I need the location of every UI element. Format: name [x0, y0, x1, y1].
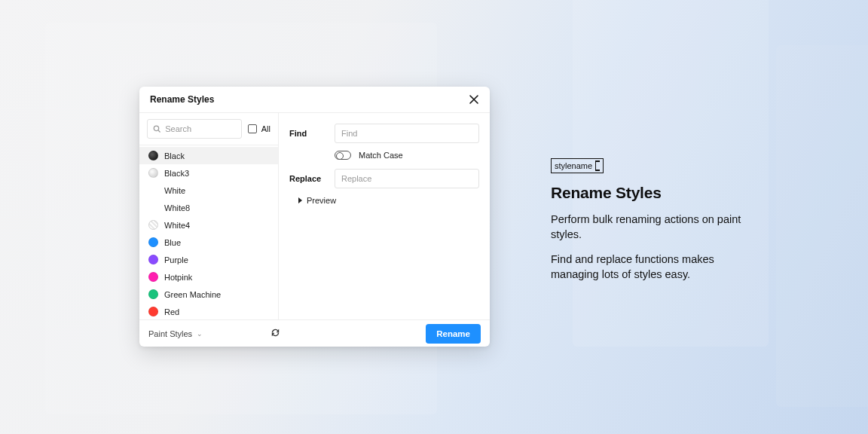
color-swatch — [148, 307, 158, 316]
match-case-toggle[interactable] — [335, 151, 351, 160]
style-item-label: White4 — [164, 221, 190, 230]
style-item[interactable]: Hotpink — [139, 268, 278, 286]
rename-styles-modal: Rename Styles All BlackBlack3WhiteWhite8… — [139, 87, 490, 347]
color-swatch — [148, 185, 158, 195]
style-item[interactable]: Purple — [139, 251, 278, 268]
style-item-label: Blue — [164, 238, 181, 247]
style-item[interactable]: Black — [139, 147, 278, 164]
match-case-label: Match Case — [359, 151, 403, 160]
style-item-label: Purple — [164, 255, 188, 264]
style-item-label: Black — [164, 151, 185, 160]
search-input[interactable] — [165, 124, 236, 133]
color-swatch — [148, 151, 158, 160]
select-all-checkbox[interactable]: All — [248, 124, 270, 133]
replace-input[interactable] — [335, 169, 479, 188]
color-swatch — [148, 220, 158, 230]
scope-dropdown-label: Paint Styles — [148, 329, 192, 338]
find-input[interactable] — [335, 124, 479, 143]
marketing-block: stylename Rename Styles Perform bulk ren… — [551, 158, 762, 292]
style-item-label: White8 — [164, 203, 190, 212]
find-label: Find — [289, 129, 326, 138]
stylename-badge: stylename — [551, 158, 604, 173]
marketing-headline: Rename Styles — [551, 184, 762, 202]
search-input-wrap[interactable] — [147, 119, 242, 139]
color-swatch — [148, 272, 158, 282]
rename-form: Find Match Case Replace Preview — [279, 113, 490, 319]
style-item[interactable]: Blue — [139, 234, 278, 251]
style-item-label: Green Machine — [164, 290, 221, 299]
style-item[interactable]: White — [139, 182, 278, 199]
chevron-down-icon: ⌄ — [197, 330, 203, 338]
marketing-p1: Perform bulk renaming actions on paint s… — [551, 212, 762, 242]
color-swatch — [148, 203, 158, 212]
modal-header: Rename Styles — [139, 87, 490, 113]
style-item[interactable]: White8 — [139, 199, 278, 216]
chevron-right-icon — [298, 197, 302, 203]
rename-button[interactable]: Rename — [426, 324, 481, 344]
styles-sidebar: All BlackBlack3WhiteWhite8White4BluePurp… — [139, 113, 279, 319]
select-all-label: All — [261, 124, 270, 133]
replace-label: Replace — [289, 174, 326, 183]
style-item[interactable]: Black3 — [139, 164, 278, 182]
svg-point-0 — [154, 126, 158, 130]
checkbox-icon — [248, 124, 257, 133]
text-cursor-icon — [595, 160, 600, 171]
style-item[interactable]: Red — [139, 303, 278, 319]
style-list: BlackBlack3WhiteWhite8White4BluePurpleHo… — [139, 145, 278, 319]
style-item-label: Red — [164, 307, 179, 316]
color-swatch — [148, 168, 158, 178]
color-swatch — [148, 289, 158, 299]
badge-text: stylename — [555, 161, 592, 170]
modal-title: Rename Styles — [150, 94, 214, 105]
style-item-label: Black3 — [164, 169, 189, 178]
style-item[interactable]: White4 — [139, 216, 278, 234]
preview-disclosure[interactable]: Preview — [298, 196, 479, 205]
style-item[interactable]: Green Machine — [139, 286, 278, 303]
marketing-p2: Find and replace functions makes managin… — [551, 252, 762, 282]
style-item-label: White — [164, 186, 185, 195]
preview-label: Preview — [307, 196, 336, 205]
style-item-label: Hotpink — [164, 273, 192, 282]
scope-dropdown[interactable]: Paint Styles ⌄ — [148, 329, 203, 338]
color-swatch — [148, 255, 158, 264]
color-swatch — [148, 237, 158, 247]
search-icon — [153, 124, 160, 133]
refresh-icon[interactable] — [270, 327, 280, 341]
close-icon[interactable] — [469, 94, 479, 105]
